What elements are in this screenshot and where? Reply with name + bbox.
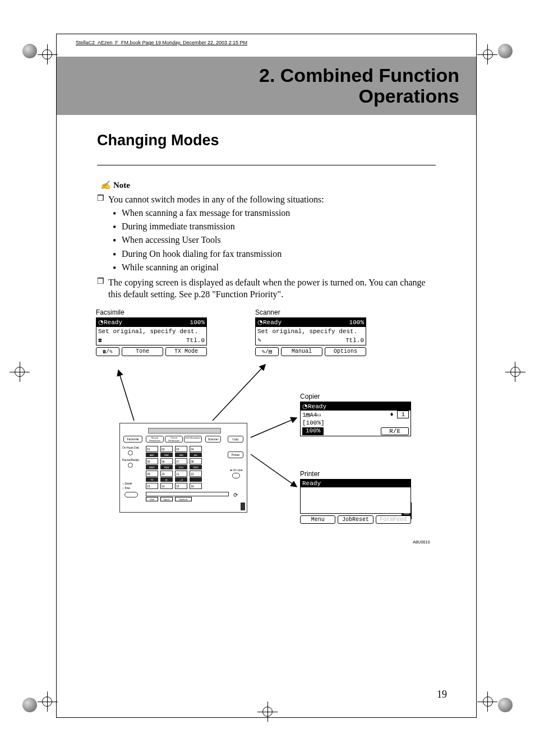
svg-line-2 <box>213 365 265 421</box>
ttl-text: Ttl.0 <box>345 336 364 344</box>
cp-screen <box>148 428 221 434</box>
re-button[interactable]: R/E <box>381 427 409 435</box>
cp-alpha-jkl: JKL <box>190 453 202 457</box>
softkey-jobreset[interactable]: JobReset <box>338 515 373 524</box>
cp-key-02[interactable]: 02 <box>160 446 173 452</box>
note-subitem: During immediate transmission <box>108 220 436 233</box>
cp-enter-icon: ⟳ <box>233 492 238 498</box>
softkey-manual[interactable]: Manual <box>281 347 322 356</box>
cp-key-01[interactable]: 01 <box>146 446 158 452</box>
softkey-txmode[interactable]: TX Mode <box>165 347 207 356</box>
ready-text: Ready <box>263 319 282 326</box>
control-panel: Search Destination Check Destination Job… <box>119 423 247 513</box>
cp-key-05[interactable]: 05 <box>146 458 158 464</box>
note-label-text: Note <box>113 181 130 190</box>
cp-alpha-ghi: GHI <box>175 453 187 457</box>
printer-softkeys: Menu JobReset FormFeed <box>300 515 411 524</box>
section-title: Changing Modes <box>97 132 436 149</box>
cp-job-info[interactable]: Job Information <box>184 436 202 442</box>
note-subitem: While scanning an original <box>108 261 436 274</box>
cp-alpha-pqr: PQR <box>160 465 173 469</box>
register-mark <box>20 689 45 714</box>
printer-panel: Printer Ready Menu JobReset FormFeed <box>300 470 411 524</box>
percent-text: 100% <box>349 319 364 326</box>
cp-search-dest[interactable]: Search Destination <box>146 436 164 442</box>
register-mark <box>20 359 45 385</box>
chapter-title-line2: Operations <box>359 85 459 107</box>
section-underline <box>97 165 436 165</box>
cp-shift[interactable]: Shift <box>146 497 158 501</box>
note-icon: ✍ <box>100 180 111 190</box>
cp-alpha-at: @. <box>160 477 173 482</box>
printer-label: Printer <box>300 470 411 478</box>
facsimile-lcd: ◔Ready100% Set original, specify dest. ☎… <box>96 317 207 345</box>
note-sublist: When scanning a fax message for transmis… <box>108 207 436 274</box>
note-item: You cannot switch modes in any of the fo… <box>97 193 436 274</box>
book-header-text: StellaC2_AEzen_F_FM.book Page 19 Monday,… <box>76 40 247 45</box>
cp-key-04[interactable]: 04 <box>190 446 202 452</box>
cp-alpha-def: DEF <box>160 453 173 457</box>
cp-online-button[interactable] <box>232 473 240 478</box>
ttl-text: Ttl.0 <box>186 336 205 344</box>
copier-lcd: ◔Ready 1▤A4▭♦ 1 [100%] 100%R/E <box>300 402 411 436</box>
ready-icon: ◔ <box>257 319 263 325</box>
softkey-icon[interactable]: ☎/✎ <box>96 347 119 356</box>
lcd-line2: Set original, specify dest. <box>98 328 198 335</box>
cp-key-13[interactable]: 13 <box>146 483 158 489</box>
scanner-panel: Scanner ◔Ready100% Set original, specify… <box>255 308 366 356</box>
note-item-text: You cannot switch modes in any of the fo… <box>108 195 324 204</box>
chapter-title: 2. Combined Function Operations <box>259 65 459 107</box>
cp-fine-label: ○ Fine <box>122 486 130 490</box>
chapter-number: 2. <box>259 64 275 86</box>
cp-key-16[interactable]: 16 <box>190 483 202 489</box>
cp-key-15[interactable]: 15 <box>175 483 187 489</box>
softkey-icon[interactable]: ✎/▤ <box>255 347 279 356</box>
diagram-code: ABU001S <box>413 540 430 544</box>
page-frame: StellaC2_AEzen_F_FM.book Page 19 Monday,… <box>56 34 477 718</box>
cp-key-blank[interactable] <box>146 492 229 496</box>
cp-onhook-label: On Hook Dial <box>122 446 139 449</box>
cp-online-label: ↦ On Line <box>230 468 243 472</box>
cp-printer[interactable]: Printer <box>228 451 243 458</box>
softkey-formfeed[interactable]: FormFeed <box>376 515 411 524</box>
cp-key-10[interactable]: 10 <box>160 471 173 477</box>
softkey-options[interactable]: Options <box>325 347 366 356</box>
cp-key-08[interactable]: 08 <box>190 458 202 464</box>
softkey-tone[interactable]: Tone <box>122 347 163 356</box>
cp-key-03[interactable]: 03 <box>175 446 187 452</box>
cp-pause-led <box>128 463 133 468</box>
softkey-menu[interactable]: Menu <box>300 515 335 524</box>
cp-key-09[interactable]: 09 <box>146 471 158 477</box>
svg-line-3 <box>251 418 297 437</box>
cp-key-07[interactable]: 07 <box>175 458 187 464</box>
cp-key-12[interactable]: 12 <box>190 471 202 477</box>
cp-alpha-mno: MNO <box>146 465 158 469</box>
mode-diagram: Facsimile ◔Ready100% Set original, speci… <box>96 308 436 544</box>
cp-key-06[interactable]: 06 <box>160 458 173 464</box>
cp-scanner[interactable]: Scanner <box>205 436 221 442</box>
scanner-label: Scanner <box>255 308 366 316</box>
cp-space[interactable]: Space <box>160 497 173 501</box>
lcd-line2: Set original, specify dest. <box>257 328 357 335</box>
cp-symbols[interactable]: Symbols <box>175 497 192 501</box>
chapter-title-line1: Combined Function <box>280 64 459 86</box>
cp-corner <box>241 503 245 510</box>
cp-facsimile[interactable]: Facsimile <box>123 436 142 442</box>
register-mark <box>490 359 515 385</box>
scanner-softkeys: ✎/▤ Manual Options <box>255 347 366 356</box>
cp-copy[interactable]: Copy <box>228 436 243 442</box>
cp-check-dest[interactable]: Check Destination <box>165 436 183 442</box>
ratio-text: [100%] <box>302 420 325 426</box>
cp-resolution-button[interactable] <box>124 492 138 497</box>
ready-icon: ◔ <box>302 403 308 409</box>
facsimile-label: Facsimile <box>96 308 207 316</box>
phone-icon: ☎ <box>98 336 102 344</box>
cp-key-14[interactable]: 14 <box>160 483 173 489</box>
note-item: The copying screen is displayed as defau… <box>97 276 436 301</box>
zoom-text: 100% <box>302 427 324 435</box>
cp-key-11[interactable]: 11 <box>175 471 187 477</box>
note-heading: ✍ Note <box>100 180 436 190</box>
scanner-lcd: ◔Ready100% Set original, specify dest. ✎… <box>255 317 366 345</box>
copier-label: Copier <box>300 393 411 400</box>
cp-alpha-vwx: VWX <box>190 465 202 469</box>
